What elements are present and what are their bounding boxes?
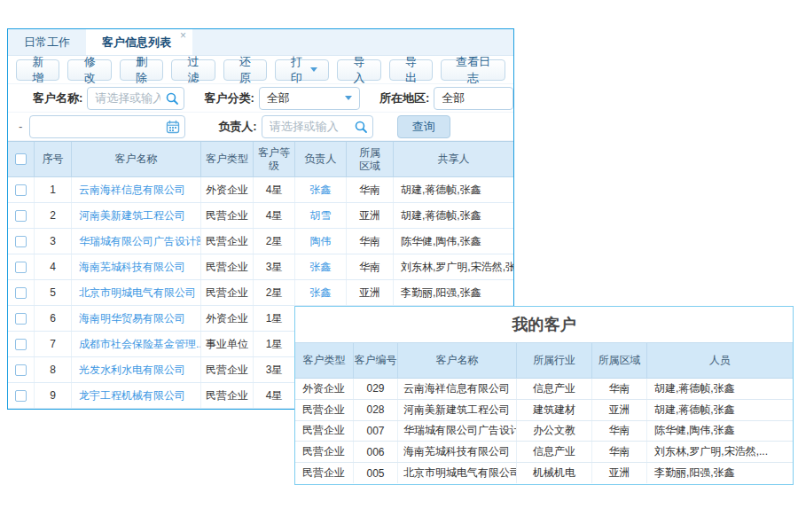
table-row[interactable]: 1云南海祥信息有限公司外资企业4星张鑫华南胡建,蒋德帧,张鑫 [8,177,513,203]
owner-link[interactable]: 张鑫 [295,280,347,305]
customer-name-link[interactable]: 云南海祥信息有限公司 [72,177,201,202]
column-header-name[interactable]: 客户名称 [398,343,517,378]
owner-link[interactable]: 张鑫 [295,254,347,279]
customer-code-link[interactable]: 007 [354,421,398,442]
delete-button[interactable]: 删除 [120,59,163,81]
list-item[interactable]: 民营企业005北京市明城电气有限公司机械机电亚洲李勤丽,阳强,张鑫 [295,463,793,483]
category-select[interactable]: 全部 [259,87,360,110]
customer-type: 民营企业 [201,229,254,254]
edit-button[interactable]: 修改 [67,59,111,81]
view-log-button[interactable]: 查看日志 [441,59,505,81]
customer-type: 外资企业 [201,306,254,331]
list-item[interactable]: 民营企业028河南美新建筑工程公司建筑建材亚洲胡建,蒋德帧,张鑫 [295,400,793,421]
column-header-industry[interactable]: 所属行业 [517,343,592,378]
region: 亚洲 [347,280,394,305]
row-checkbox[interactable] [15,339,27,350]
row-index: 6 [35,306,72,331]
column-header-shared[interactable]: 共享人 [394,142,513,176]
column-header-staff[interactable]: 人员 [647,343,793,378]
column-header-no[interactable]: 序号 [35,142,72,176]
print-button[interactable]: 打印 [275,59,329,81]
customer-name-link[interactable]: 河南美新建筑工程公司 [398,400,517,420]
row-checkbox[interactable] [15,210,27,222]
customer-name-link[interactable]: 成都市社会保险基金管理... [72,332,201,356]
owner-link[interactable]: 胡雪 [295,203,347,228]
customer-code-link[interactable]: 029 [354,379,398,399]
tab-customer-list[interactable]: 客户信息列表 × [86,29,192,55]
row-checkbox-cell [8,306,35,331]
query-button[interactable]: 查询 [397,115,450,138]
close-icon[interactable]: × [180,30,186,41]
customer-name-link[interactable]: 海南明华贸易有限公司 [72,306,201,331]
row-checkbox[interactable] [15,390,27,402]
customer-type: 民营企业 [201,254,254,279]
row-checkbox-cell [8,254,35,279]
customer-name-link[interactable]: 光发水利水电有限公司 [72,357,201,382]
tab-daily-work[interactable]: 日常工作 [8,29,86,55]
customer-code-link[interactable]: 028 [354,400,398,420]
owner-input-wrap [262,115,373,138]
customer-type: 民营企业 [201,383,254,408]
row-checkbox-cell [8,280,35,305]
column-header-customer-level[interactable]: 客户等级 [254,142,295,176]
customer-table-header: 序号 客户名称 客户类型 客户等级 负责人 所属区域 共享人 [8,141,513,177]
customer-code-link[interactable]: 005 [354,463,398,483]
staff: 李勤丽,阳强,张鑫 [647,463,793,483]
region-label: 所在地区: [379,90,429,106]
row-checkbox[interactable] [15,184,27,196]
row-checkbox[interactable] [15,364,27,376]
customer-name-link[interactable]: 北京市明城电气有限公司 [72,280,201,305]
row-checkbox[interactable] [15,287,27,299]
calendar-icon[interactable] [166,120,180,134]
column-header-region[interactable]: 所属区域 [347,142,394,176]
customer-name-link[interactable]: 华瑞城有限公司广告设计部 [72,229,201,254]
column-header-type[interactable]: 客户类型 [295,343,354,378]
date-input[interactable] [29,115,185,138]
table-row[interactable]: 5北京市明城电气有限公司民营企业2星张鑫亚洲李勤丽,阳强,张鑫 [8,280,513,306]
filter-button[interactable]: 过滤 [171,59,215,81]
table-row[interactable]: 2河南美新建筑工程公司民营企业4星胡雪亚洲胡建,蒋德帧,张鑫 [8,203,513,229]
column-header-area[interactable]: 所属区域 [592,343,647,378]
region-value: 全部 [442,90,465,106]
table-row[interactable]: 3华瑞城有限公司广告设计部民营企业2星陶伟华南陈华健,陶伟,张鑫 [8,229,513,254]
search-icon[interactable] [354,120,368,134]
customer-level: 4星 [254,383,295,408]
list-item[interactable]: 民营企业007华瑞城有限公司广告设计部办公文教华南陈华健,陶伟,张鑫 [295,421,793,442]
row-checkbox[interactable] [15,313,27,325]
table-row[interactable]: 4海南芜城科技有限公司民营企业3星张鑫华南刘东林,罗广明,宋浩然,张鑫 [8,254,513,280]
customer-name-link[interactable]: 河南美新建筑工程公司 [72,203,201,228]
row-index: 7 [35,332,72,356]
restore-button[interactable]: 还原 [223,59,267,81]
customer-name-link[interactable]: 海南芜城科技有限公司 [72,254,201,279]
customer-code-link[interactable]: 006 [354,442,398,462]
list-item[interactable]: 民营企业006海南芜城科技有限公司信息产业华南刘东林,罗广明,宋浩然,... [295,442,793,463]
customer-name-link[interactable]: 北京市明城电气有限公司 [398,463,517,483]
shared-persons: 刘东林,罗广明,宋浩然,张鑫 [394,254,513,279]
column-header-customer-name[interactable]: 客户名称 [72,142,201,176]
column-header-owner[interactable]: 负责人 [295,142,347,176]
customer-name-link[interactable]: 云南海祥信息有限公司 [398,379,517,399]
row-checkbox[interactable] [15,236,27,247]
select-all-checkbox[interactable] [15,153,27,165]
region: 华南 [347,254,394,279]
export-button[interactable]: 导出 [389,59,433,81]
import-button[interactable]: 导入 [337,59,380,81]
row-checkbox[interactable] [15,262,27,273]
owner-link[interactable]: 陶伟 [295,229,347,254]
shared-persons: 李勤丽,阳强,张鑫 [394,280,513,305]
add-button[interactable]: 新增 [16,59,59,81]
owner-link[interactable]: 张鑫 [295,177,347,202]
region-select[interactable]: 全部 [434,87,513,110]
customer-level: 4星 [254,203,295,228]
column-header-code[interactable]: 客户编号 [354,343,398,378]
customer-type: 民营企业 [295,442,354,462]
customer-name-link[interactable]: 海南芜城科技有限公司 [398,442,517,462]
row-index: 5 [35,280,72,305]
search-icon[interactable] [165,91,179,106]
toolbar: 新增 修改 删除 过滤 还原 打印 导入 导出 查看日志 [8,56,513,84]
customer-name-link[interactable]: 龙宇工程机械有限公司 [72,383,201,408]
customer-name-link[interactable]: 华瑞城有限公司广告设计部 [398,421,517,442]
list-item[interactable]: 外资企业029云南海祥信息有限公司信息产业华南胡建,蒋德帧,张鑫 [295,379,793,400]
customer-level: 2星 [254,280,295,305]
column-header-customer-type[interactable]: 客户类型 [201,142,254,176]
